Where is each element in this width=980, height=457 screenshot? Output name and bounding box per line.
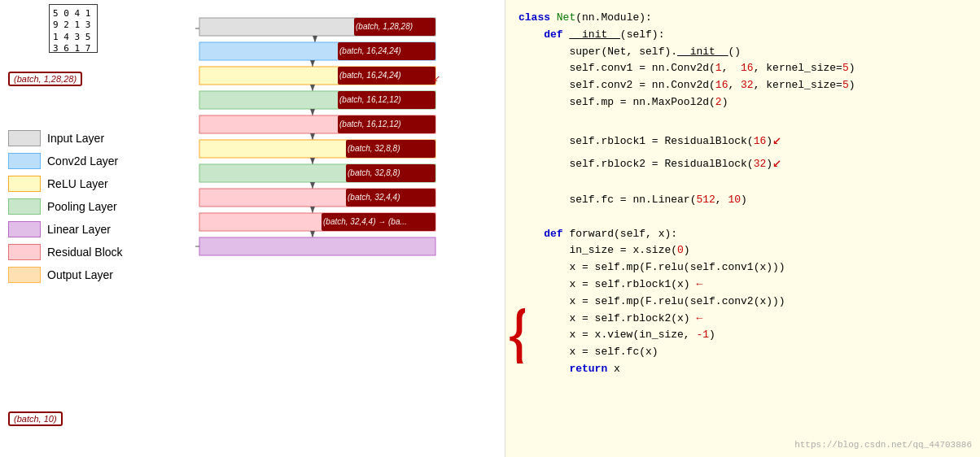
legend-box-residual bbox=[8, 244, 41, 260]
legend-label-residual: Residual Block bbox=[47, 246, 123, 259]
cls-net: Net bbox=[557, 11, 575, 24]
svg-text:(batch, 1,28,28): (batch, 1,28,28) bbox=[356, 22, 413, 31]
legend-box-conv2d bbox=[8, 153, 41, 169]
legend-residual: Residual Block bbox=[8, 244, 123, 260]
code-line-15: x = self.rblock2(x) ← bbox=[518, 311, 967, 328]
legend-box-linear bbox=[8, 221, 41, 237]
code-line-blank3 bbox=[518, 209, 967, 226]
code-line-10: def forward(self, x): bbox=[518, 226, 967, 243]
svg-text:↙: ↙ bbox=[433, 73, 440, 83]
kw-def1: def bbox=[518, 28, 569, 41]
code-block: class Net(nn.Module): def __init__(self)… bbox=[518, 10, 967, 378]
code-line-11: in_size = x.size(0) bbox=[518, 242, 967, 259]
kw-def2: def bbox=[518, 228, 569, 240]
legend: Input Layer Conv2d Layer ReLU Layer Pool… bbox=[8, 130, 123, 283]
right-panel: class Net(nn.Module): def __init__(self)… bbox=[505, 0, 980, 457]
batch-label-bottom: (batch, 10) bbox=[8, 411, 63, 426]
code-line-6: self.mp = nn.MaxPool2d(2) bbox=[518, 94, 967, 111]
arrow-rblock1: ↙ bbox=[772, 132, 781, 148]
legend-label-linear: Linear Layer bbox=[47, 223, 111, 236]
legend-pooling: Pooling Layer bbox=[8, 198, 123, 215]
kw-class: class bbox=[518, 11, 557, 24]
code-line-5: self.conv2 = nn.Conv2d(16, 32, kernel_si… bbox=[518, 77, 967, 94]
svg-text:(batch, 16,24,24): (batch, 16,24,24) bbox=[339, 46, 401, 55]
svg-text:(batch, 32,4,4): (batch, 32,4,4) bbox=[348, 193, 400, 202]
legend-box-relu bbox=[8, 176, 41, 192]
code-line-1: class Net(nn.Module): bbox=[518, 10, 967, 27]
legend-box-pooling bbox=[8, 198, 41, 215]
watermark: https://blog.csdn.net/qq_44703886 bbox=[794, 438, 972, 453]
svg-text:(batch, 32,8,8): (batch, 32,8,8) bbox=[348, 144, 400, 153]
code-line-16: x = x.view(in_size, -1) bbox=[518, 327, 967, 344]
code-line-14: x = self.mp(F.relu(self.conv2(x))) bbox=[518, 294, 967, 311]
left-panel: 5 0 4 1 9 2 1 3 1 4 3 5 3 6 1 7 (batch, … bbox=[0, 0, 505, 457]
mnist-image: 5 0 4 1 9 2 1 3 1 4 3 5 3 6 1 7 bbox=[49, 4, 98, 53]
legend-label-conv2d: Conv2d Layer bbox=[47, 155, 118, 168]
legend-linear: Linear Layer bbox=[8, 221, 123, 237]
legend-output: Output Layer bbox=[8, 267, 123, 283]
kw-return: return bbox=[518, 363, 614, 375]
legend-relu: ReLU Layer bbox=[8, 176, 123, 192]
svg-text:(batch, 32,8,8): (batch, 32,8,8) bbox=[348, 168, 400, 177]
legend-label-input: Input Layer bbox=[47, 132, 104, 145]
legend-label-output: Output Layer bbox=[47, 268, 113, 281]
code-line-12: x = self.mp(F.relu(self.conv1(x))) bbox=[518, 259, 967, 276]
legend-conv2d: Conv2d Layer bbox=[8, 153, 123, 169]
svg-rect-47 bbox=[199, 237, 435, 255]
svg-text:(batch, 32,4,4) → (ba...: (batch, 32,4,4) → (ba... bbox=[323, 217, 407, 226]
code-line-7: self.rblock1 = ResidualBlock(16)↙ bbox=[518, 128, 967, 152]
legend-label-pooling: Pooling Layer bbox=[47, 200, 117, 213]
legend-label-relu: ReLU Layer bbox=[47, 177, 108, 190]
code-line-blank1 bbox=[518, 111, 967, 128]
code-line-3: super(Net, self).__init__() bbox=[518, 44, 967, 61]
arrow-call-rblock1: ← bbox=[690, 278, 703, 290]
legend-box-output bbox=[8, 267, 41, 283]
code-line-8: self.rblock2 = ResidualBlock(32)↙ bbox=[518, 151, 967, 175]
svg-text:(batch, 16,12,12): (batch, 16,12,12) bbox=[339, 120, 401, 128]
legend-box-input bbox=[8, 130, 41, 146]
svg-text:(batch, 16,12,12): (batch, 16,12,12) bbox=[339, 95, 401, 104]
arrow-rblock2: ↙ bbox=[772, 155, 781, 171]
batch-label-top: (batch, 1,28,28) bbox=[8, 72, 82, 86]
code-line-2: def __init__(self): bbox=[518, 27, 967, 44]
curly-brace-svg: { bbox=[509, 298, 525, 363]
network-diagram: (batch, 1,28,28) (batch, 16,24,24) (batc… bbox=[195, 0, 497, 451]
svg-text:(batch, 16,24,24): (batch, 16,24,24) bbox=[339, 71, 401, 80]
code-line-18: return x bbox=[518, 361, 967, 378]
code-line-blank2 bbox=[518, 175, 967, 192]
code-line-17: x = self.fc(x) bbox=[518, 344, 967, 361]
code-line-13: x = self.rblock1(x) ← bbox=[518, 276, 967, 294]
svg-text:{: { bbox=[509, 298, 525, 363]
legend-input: Input Layer bbox=[8, 130, 123, 146]
code-line-4: self.conv1 = nn.Conv2d(1, 16, kernel_siz… bbox=[518, 60, 967, 77]
arrow-call-rblock2: ← bbox=[690, 312, 703, 324]
code-line-9: self.fc = nn.Linear(512, 10) bbox=[518, 192, 967, 209]
